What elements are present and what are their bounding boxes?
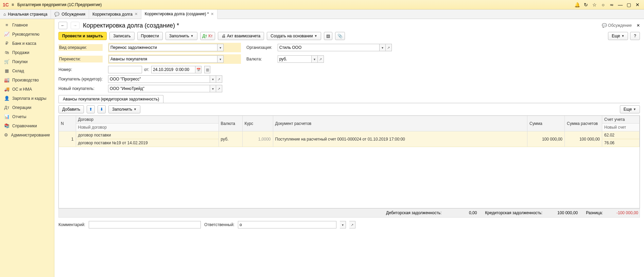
op-type-field[interactable] — [109, 44, 217, 51]
save-button[interactable]: Записать — [109, 32, 134, 40]
cell-contract[interactable]: договор поставки — [76, 131, 219, 139]
org-field[interactable] — [278, 44, 380, 51]
close-button[interactable]: ✕ — [634, 2, 641, 7]
number-field[interactable] — [108, 66, 142, 73]
grid-empty-area[interactable] — [59, 147, 640, 208]
history-icon[interactable]: ↻ — [582, 2, 590, 7]
col-doc[interactable]: Документ расчетов — [273, 116, 527, 131]
post-button[interactable]: Провести — [137, 32, 163, 40]
cell-newcontract[interactable]: договор поставки №19 от 14.02.2019 — [76, 139, 219, 147]
tab-doc1[interactable]: Корректировка долга ✕ — [89, 10, 141, 19]
close-icon[interactable]: ✕ — [135, 12, 138, 16]
col-cur[interactable]: Валюта — [219, 116, 242, 131]
chevron-down-icon[interactable]: ▾ — [217, 44, 224, 51]
help-button[interactable]: ? — [630, 32, 640, 40]
back-button[interactable]: ← — [58, 22, 67, 29]
open-icon[interactable]: ↗ — [216, 75, 222, 83]
sidebar-item-11[interactable]: 📚Справочники — [0, 121, 54, 130]
tab-home[interactable]: ⌂ Начальная страница — [0, 10, 51, 19]
close-page-button[interactable]: ✕ — [637, 23, 640, 28]
table-row[interactable]: 1 договор поставки руб. 1,0000 Поступлен… — [59, 131, 640, 139]
cur-field[interactable] — [278, 55, 312, 63]
maximize-button[interactable]: ▢ — [625, 2, 633, 7]
sidebar-item-9[interactable]: ДтОперации — [0, 103, 54, 112]
sidebar-item-12[interactable]: ⚙Администрирование — [0, 130, 54, 140]
move-up-button[interactable]: ⬆ — [87, 105, 95, 113]
col-contract[interactable]: Договор — [76, 116, 219, 124]
cur-label: Валюта: — [246, 56, 272, 62]
cell-rate[interactable]: 1,0000 — [242, 131, 273, 147]
cell-doc[interactable]: Поступление на расчетный счет 0001-00002… — [273, 131, 527, 147]
open-icon[interactable]: ↗ — [318, 55, 324, 63]
star-icon[interactable]: ☆ — [591, 2, 598, 7]
buyer-field[interactable] — [108, 75, 210, 83]
cell-newacc[interactable]: 76.06 — [602, 139, 640, 147]
open-icon[interactable]: ↗ — [349, 221, 355, 228]
sidebar-item-6[interactable]: 🏭Производство — [0, 75, 54, 85]
close-icon[interactable]: ✕ — [211, 12, 214, 16]
newbuyer-field[interactable] — [108, 85, 210, 92]
discuss-icon[interactable]: 💬 Обсуждение — [602, 23, 632, 28]
chevron-down-icon[interactable]: ▾ — [340, 221, 346, 228]
col-sum2[interactable]: Сумма расчетов — [565, 116, 602, 131]
chevron-down-icon[interactable]: ▾ — [380, 44, 386, 51]
table-more-button[interactable]: Еще▼ — [620, 105, 640, 113]
sidebar-item-5[interactable]: ▦Склад — [0, 66, 54, 75]
cell-sum2[interactable]: 100 000,00 — [565, 131, 602, 147]
sidebar-icon: 🛍 — [4, 50, 10, 55]
col-acc[interactable]: Счет учета — [602, 116, 640, 124]
add-row-button[interactable]: Добавить — [58, 105, 84, 113]
cell-cur[interactable]: руб. — [219, 131, 242, 147]
calendar2-icon[interactable]: ▥ — [204, 66, 210, 73]
attach-button[interactable]: 📎 — [335, 32, 345, 40]
bell-icon[interactable]: 🔔 — [574, 2, 581, 7]
cell-acc[interactable]: 62.02 — [602, 131, 640, 139]
sidebar-item-1[interactable]: 📈Руководителю — [0, 30, 54, 39]
sidebar-item-2[interactable]: ₽Банк и касса — [0, 39, 54, 48]
minimize-button[interactable]: — — [616, 2, 624, 7]
sidebar-item-3[interactable]: 🛍Продажи — [0, 48, 54, 57]
fill-button[interactable]: Заполнить▼ — [166, 32, 197, 40]
structure-button[interactable]: ▤ — [324, 32, 332, 40]
col-newcontract[interactable]: Новый договор — [76, 124, 219, 131]
sidebar-item-4[interactable]: 🛒Покупки — [0, 57, 54, 66]
col-newacc[interactable]: Новый счет — [602, 124, 640, 131]
chevron-down-icon[interactable]: ▾ — [210, 85, 216, 92]
open-icon[interactable]: ↗ — [216, 85, 222, 92]
col-n[interactable]: N — [59, 116, 76, 131]
table-fill-button[interactable]: Заполнить▼ — [108, 105, 140, 113]
window-buttons: 🔔 ↻ ☆ ○ ≂ — ▢ ✕ — [574, 2, 641, 7]
move-down-button[interactable]: ⬇ — [98, 105, 106, 113]
sidebar-item-8[interactable]: 👤Зарплата и кадры — [0, 94, 54, 103]
dtkt-button[interactable]: ДтКт — [200, 32, 215, 40]
create-based-label: Создать на основании — [271, 34, 313, 38]
tab-advances[interactable]: Авансы покупателя (кредиторская задолжен… — [58, 95, 163, 103]
resp-field[interactable] — [238, 221, 336, 228]
create-based-button[interactable]: Создать на основании▼ — [267, 32, 321, 40]
sidebar-item-10[interactable]: 📊Отчеты — [0, 112, 54, 121]
sidebar-item-7[interactable]: 🚚ОС и НМА — [0, 85, 54, 94]
open-icon[interactable]: ↗ — [386, 44, 392, 51]
cell-sum[interactable]: 100 000,00 — [527, 131, 565, 147]
print-act-button[interactable]: 🖨Акт взаимозачета — [218, 32, 264, 40]
filter-icon[interactable]: ≂ — [608, 2, 615, 7]
col-sum[interactable]: Сумма — [527, 116, 565, 131]
chevron-down-icon[interactable]: ▾ — [312, 55, 318, 63]
forward-button[interactable]: → — [71, 22, 80, 29]
chevron-down-icon[interactable]: ▾ — [210, 75, 216, 83]
sidebar: ≡Главное📈Руководителю₽Банк и касса🛍Прода… — [0, 19, 54, 277]
menu-icon[interactable]: ≡ — [12, 2, 14, 7]
sidebar-item-0[interactable]: ≡Главное — [0, 20, 54, 30]
dot-icon[interactable]: ○ — [599, 2, 607, 7]
transfer-field[interactable] — [109, 55, 217, 63]
post-close-button[interactable]: Провести и закрыть — [58, 32, 107, 40]
comment-field[interactable] — [89, 221, 201, 228]
calendar-icon[interactable]: 📅 — [195, 66, 202, 73]
more-button[interactable]: Еще▼ — [608, 32, 628, 40]
col-rate[interactable]: Курс — [242, 116, 273, 131]
chevron-down-icon[interactable]: ▾ — [217, 55, 224, 63]
deb-label: Дебиторская задолженность: — [386, 210, 441, 215]
tab-doc2[interactable]: Корректировка долга (создание) * ✕ — [141, 10, 218, 19]
tab-discuss[interactable]: 💬 Обсуждения — [51, 10, 89, 19]
date-field[interactable] — [151, 66, 195, 73]
